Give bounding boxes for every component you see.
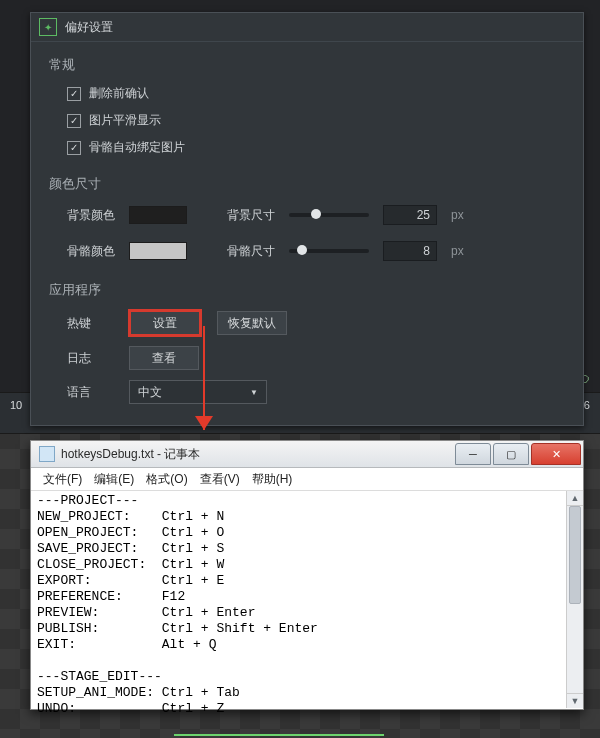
menu-help[interactable]: 帮助(H) [248,469,297,490]
section-color-size: 颜色尺寸 [31,161,583,199]
chevron-down-icon: ▼ [250,388,258,397]
hotkey-restore-button[interactable]: 恢复默认 [217,311,287,335]
language-label: 语言 [67,384,113,401]
vertical-scrollbar[interactable]: ▲ ▼ [566,491,583,708]
bone-color-label: 骨骼颜色 [67,243,115,260]
scroll-up-icon[interactable]: ▲ [567,491,583,506]
scrollbar-thumb[interactable] [569,506,581,604]
close-button[interactable]: ✕ [531,443,581,465]
notepad-window: hotkeysDebug.txt - 记事本 ─ ▢ ✕ 文件(F) 编辑(E)… [30,440,584,710]
timeline-marker [174,734,384,736]
checkbox-icon: ✓ [67,114,81,128]
bone-size-label: 骨骼尺寸 [227,243,275,260]
menu-edit[interactable]: 编辑(E) [90,469,138,490]
bg-color-swatch[interactable] [129,206,187,224]
checkbox-label: 删除前确认 [89,85,149,102]
menu-format[interactable]: 格式(O) [142,469,191,490]
bone-size-input[interactable]: 8 [383,241,437,261]
section-account: 账户 [31,409,583,426]
hotkey-label: 热键 [67,315,113,332]
bg-size-label: 背景尺寸 [227,207,275,224]
notepad-titlebar[interactable]: hotkeysDebug.txt - 记事本 ─ ▢ ✕ [31,441,583,468]
check-smooth-image[interactable]: ✓ 图片平滑显示 [67,107,547,134]
notepad-body[interactable]: ---PROJECT--- NEW_PROJECT: Ctrl + N OPEN… [31,491,583,708]
bg-color-label: 背景颜色 [67,207,115,224]
document-icon [39,446,55,462]
ruler-tick: 10 [10,399,22,411]
app-logo-icon: ✦ [39,18,57,36]
bg-size-slider[interactable] [289,213,369,217]
checkbox-icon: ✓ [67,87,81,101]
bone-color-swatch[interactable] [129,242,187,260]
unit-px: px [451,244,464,258]
checkbox-icon: ✓ [67,141,81,155]
maximize-button[interactable]: ▢ [493,443,529,465]
dialog-titlebar[interactable]: ✦ 偏好设置 [31,13,583,42]
log-label: 日志 [67,350,113,367]
dialog-title: 偏好设置 [65,19,113,36]
section-application: 应用程序 [31,267,583,305]
minimize-button[interactable]: ─ [455,443,491,465]
annotation-arrow [203,326,205,430]
unit-px: px [451,208,464,222]
notepad-menu: 文件(F) 编辑(E) 格式(O) 查看(V) 帮助(H) [31,468,583,491]
checkbox-label: 图片平滑显示 [89,112,161,129]
preferences-dialog: ✦ 偏好设置 常规 ✓ 删除前确认 ✓ 图片平滑显示 ✓ 骨骼自动绑定图片 颜色… [30,12,584,426]
select-value: 中文 [138,384,162,401]
log-view-button[interactable]: 查看 [129,346,199,370]
checkbox-label: 骨骼自动绑定图片 [89,139,185,156]
notepad-content[interactable]: ---PROJECT--- NEW_PROJECT: Ctrl + N OPEN… [31,491,583,719]
menu-view[interactable]: 查看(V) [196,469,244,490]
language-select[interactable]: 中文 ▼ [129,380,267,404]
notepad-title-text: hotkeysDebug.txt - 记事本 [61,446,200,463]
check-delete-confirm[interactable]: ✓ 删除前确认 [67,80,547,107]
bg-size-input[interactable]: 25 [383,205,437,225]
menu-file[interactable]: 文件(F) [39,469,86,490]
section-general: 常规 [31,42,583,80]
check-auto-bind-bone[interactable]: ✓ 骨骼自动绑定图片 [67,134,547,161]
scroll-down-icon[interactable]: ▼ [567,693,583,708]
hotkey-settings-button[interactable]: 设置 [129,310,201,336]
bone-size-slider[interactable] [289,249,369,253]
